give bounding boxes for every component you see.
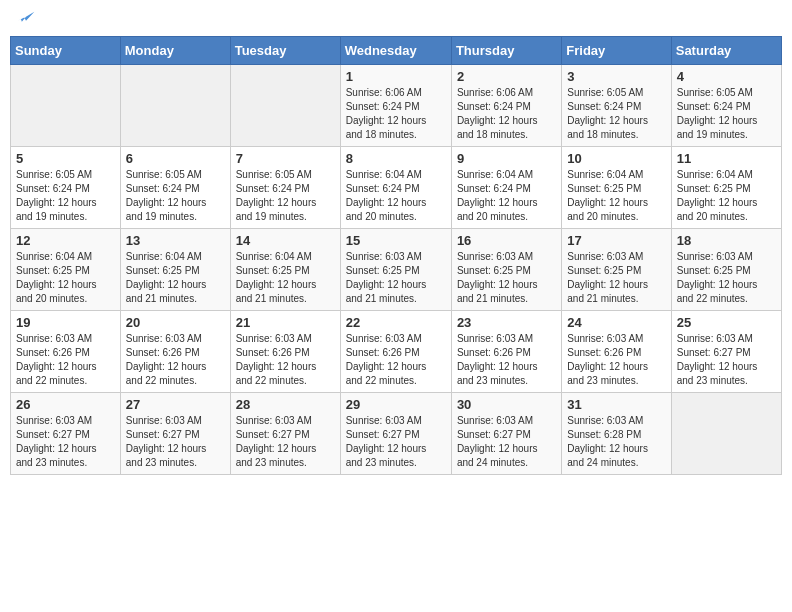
day-info: Sunrise: 6:03 AM Sunset: 6:26 PM Dayligh… xyxy=(16,332,115,388)
calendar-week-row: 5Sunrise: 6:05 AM Sunset: 6:24 PM Daylig… xyxy=(11,147,782,229)
day-number: 11 xyxy=(677,151,776,166)
calendar-week-row: 12Sunrise: 6:04 AM Sunset: 6:25 PM Dayli… xyxy=(11,229,782,311)
calendar-cell: 16Sunrise: 6:03 AM Sunset: 6:25 PM Dayli… xyxy=(451,229,561,311)
calendar-cell: 25Sunrise: 6:03 AM Sunset: 6:27 PM Dayli… xyxy=(671,311,781,393)
calendar-cell: 18Sunrise: 6:03 AM Sunset: 6:25 PM Dayli… xyxy=(671,229,781,311)
day-info: Sunrise: 6:06 AM Sunset: 6:24 PM Dayligh… xyxy=(346,86,446,142)
day-info: Sunrise: 6:04 AM Sunset: 6:24 PM Dayligh… xyxy=(457,168,556,224)
day-info: Sunrise: 6:03 AM Sunset: 6:26 PM Dayligh… xyxy=(567,332,665,388)
day-number: 18 xyxy=(677,233,776,248)
calendar-cell: 26Sunrise: 6:03 AM Sunset: 6:27 PM Dayli… xyxy=(11,393,121,475)
calendar-cell: 13Sunrise: 6:04 AM Sunset: 6:25 PM Dayli… xyxy=(120,229,230,311)
weekday-header-thursday: Thursday xyxy=(451,37,561,65)
calendar-cell: 1Sunrise: 6:06 AM Sunset: 6:24 PM Daylig… xyxy=(340,65,451,147)
calendar-cell: 10Sunrise: 6:04 AM Sunset: 6:25 PM Dayli… xyxy=(562,147,671,229)
calendar-cell xyxy=(671,393,781,475)
day-info: Sunrise: 6:03 AM Sunset: 6:27 PM Dayligh… xyxy=(16,414,115,470)
day-number: 31 xyxy=(567,397,665,412)
day-info: Sunrise: 6:03 AM Sunset: 6:25 PM Dayligh… xyxy=(457,250,556,306)
day-info: Sunrise: 6:06 AM Sunset: 6:24 PM Dayligh… xyxy=(457,86,556,142)
calendar-cell: 7Sunrise: 6:05 AM Sunset: 6:24 PM Daylig… xyxy=(230,147,340,229)
day-info: Sunrise: 6:03 AM Sunset: 6:28 PM Dayligh… xyxy=(567,414,665,470)
day-number: 5 xyxy=(16,151,115,166)
day-number: 15 xyxy=(346,233,446,248)
day-number: 30 xyxy=(457,397,556,412)
calendar-cell: 6Sunrise: 6:05 AM Sunset: 6:24 PM Daylig… xyxy=(120,147,230,229)
calendar-cell: 14Sunrise: 6:04 AM Sunset: 6:25 PM Dayli… xyxy=(230,229,340,311)
day-number: 25 xyxy=(677,315,776,330)
day-info: Sunrise: 6:03 AM Sunset: 6:27 PM Dayligh… xyxy=(126,414,225,470)
page-header xyxy=(10,10,782,30)
day-info: Sunrise: 6:05 AM Sunset: 6:24 PM Dayligh… xyxy=(677,86,776,142)
calendar-cell: 2Sunrise: 6:06 AM Sunset: 6:24 PM Daylig… xyxy=(451,65,561,147)
calendar-cell: 24Sunrise: 6:03 AM Sunset: 6:26 PM Dayli… xyxy=(562,311,671,393)
calendar-cell xyxy=(230,65,340,147)
day-number: 29 xyxy=(346,397,446,412)
calendar-cell: 5Sunrise: 6:05 AM Sunset: 6:24 PM Daylig… xyxy=(11,147,121,229)
calendar-cell: 29Sunrise: 6:03 AM Sunset: 6:27 PM Dayli… xyxy=(340,393,451,475)
day-info: Sunrise: 6:05 AM Sunset: 6:24 PM Dayligh… xyxy=(567,86,665,142)
calendar-cell: 21Sunrise: 6:03 AM Sunset: 6:26 PM Dayli… xyxy=(230,311,340,393)
day-number: 13 xyxy=(126,233,225,248)
day-info: Sunrise: 6:03 AM Sunset: 6:25 PM Dayligh… xyxy=(567,250,665,306)
calendar-cell: 15Sunrise: 6:03 AM Sunset: 6:25 PM Dayli… xyxy=(340,229,451,311)
day-number: 12 xyxy=(16,233,115,248)
calendar-cell xyxy=(11,65,121,147)
day-number: 28 xyxy=(236,397,335,412)
calendar-cell: 20Sunrise: 6:03 AM Sunset: 6:26 PM Dayli… xyxy=(120,311,230,393)
day-number: 14 xyxy=(236,233,335,248)
weekday-header-saturday: Saturday xyxy=(671,37,781,65)
day-info: Sunrise: 6:03 AM Sunset: 6:27 PM Dayligh… xyxy=(236,414,335,470)
weekday-header-sunday: Sunday xyxy=(11,37,121,65)
day-number: 26 xyxy=(16,397,115,412)
calendar-cell: 11Sunrise: 6:04 AM Sunset: 6:25 PM Dayli… xyxy=(671,147,781,229)
calendar-cell: 22Sunrise: 6:03 AM Sunset: 6:26 PM Dayli… xyxy=(340,311,451,393)
day-info: Sunrise: 6:03 AM Sunset: 6:25 PM Dayligh… xyxy=(346,250,446,306)
day-number: 17 xyxy=(567,233,665,248)
day-info: Sunrise: 6:05 AM Sunset: 6:24 PM Dayligh… xyxy=(126,168,225,224)
weekday-header-tuesday: Tuesday xyxy=(230,37,340,65)
calendar-week-row: 1Sunrise: 6:06 AM Sunset: 6:24 PM Daylig… xyxy=(11,65,782,147)
day-number: 7 xyxy=(236,151,335,166)
day-info: Sunrise: 6:04 AM Sunset: 6:25 PM Dayligh… xyxy=(677,168,776,224)
calendar-cell: 30Sunrise: 6:03 AM Sunset: 6:27 PM Dayli… xyxy=(451,393,561,475)
calendar-week-row: 19Sunrise: 6:03 AM Sunset: 6:26 PM Dayli… xyxy=(11,311,782,393)
calendar-cell: 27Sunrise: 6:03 AM Sunset: 6:27 PM Dayli… xyxy=(120,393,230,475)
day-number: 20 xyxy=(126,315,225,330)
day-number: 22 xyxy=(346,315,446,330)
calendar-cell: 3Sunrise: 6:05 AM Sunset: 6:24 PM Daylig… xyxy=(562,65,671,147)
day-number: 19 xyxy=(16,315,115,330)
calendar-cell xyxy=(120,65,230,147)
weekday-header-friday: Friday xyxy=(562,37,671,65)
day-number: 8 xyxy=(346,151,446,166)
day-number: 9 xyxy=(457,151,556,166)
day-info: Sunrise: 6:04 AM Sunset: 6:25 PM Dayligh… xyxy=(567,168,665,224)
day-info: Sunrise: 6:03 AM Sunset: 6:26 PM Dayligh… xyxy=(126,332,225,388)
logo-bird-icon xyxy=(16,10,36,30)
calendar-cell: 9Sunrise: 6:04 AM Sunset: 6:24 PM Daylig… xyxy=(451,147,561,229)
day-number: 4 xyxy=(677,69,776,84)
calendar-cell: 31Sunrise: 6:03 AM Sunset: 6:28 PM Dayli… xyxy=(562,393,671,475)
day-info: Sunrise: 6:03 AM Sunset: 6:26 PM Dayligh… xyxy=(236,332,335,388)
day-number: 21 xyxy=(236,315,335,330)
day-info: Sunrise: 6:05 AM Sunset: 6:24 PM Dayligh… xyxy=(16,168,115,224)
weekday-header-monday: Monday xyxy=(120,37,230,65)
day-info: Sunrise: 6:03 AM Sunset: 6:25 PM Dayligh… xyxy=(677,250,776,306)
day-info: Sunrise: 6:04 AM Sunset: 6:25 PM Dayligh… xyxy=(126,250,225,306)
calendar-cell: 12Sunrise: 6:04 AM Sunset: 6:25 PM Dayli… xyxy=(11,229,121,311)
logo xyxy=(14,10,36,30)
day-number: 6 xyxy=(126,151,225,166)
day-info: Sunrise: 6:04 AM Sunset: 6:24 PM Dayligh… xyxy=(346,168,446,224)
calendar-cell: 23Sunrise: 6:03 AM Sunset: 6:26 PM Dayli… xyxy=(451,311,561,393)
calendar-cell: 19Sunrise: 6:03 AM Sunset: 6:26 PM Dayli… xyxy=(11,311,121,393)
day-number: 3 xyxy=(567,69,665,84)
calendar-cell: 17Sunrise: 6:03 AM Sunset: 6:25 PM Dayli… xyxy=(562,229,671,311)
day-info: Sunrise: 6:04 AM Sunset: 6:25 PM Dayligh… xyxy=(236,250,335,306)
day-info: Sunrise: 6:03 AM Sunset: 6:26 PM Dayligh… xyxy=(457,332,556,388)
day-info: Sunrise: 6:03 AM Sunset: 6:27 PM Dayligh… xyxy=(346,414,446,470)
day-number: 24 xyxy=(567,315,665,330)
weekday-header-row: SundayMondayTuesdayWednesdayThursdayFrid… xyxy=(11,37,782,65)
calendar-cell: 4Sunrise: 6:05 AM Sunset: 6:24 PM Daylig… xyxy=(671,65,781,147)
weekday-header-wednesday: Wednesday xyxy=(340,37,451,65)
day-info: Sunrise: 6:04 AM Sunset: 6:25 PM Dayligh… xyxy=(16,250,115,306)
